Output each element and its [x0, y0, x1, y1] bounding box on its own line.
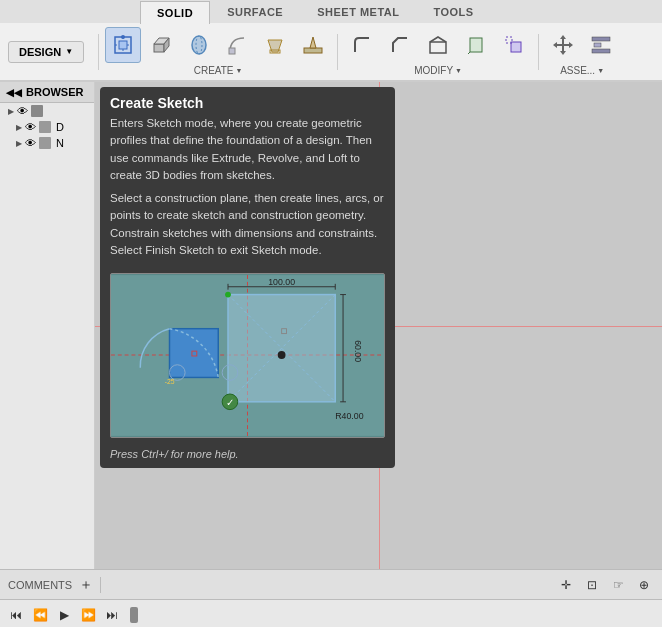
svg-text:100.00: 100.00 [268, 277, 295, 287]
eye-icon: 👁 [17, 105, 28, 117]
scale-button[interactable] [496, 27, 532, 63]
tooltip-body: Enters Sketch mode, where you create geo… [100, 115, 395, 273]
root-box-icon [31, 105, 43, 117]
align-icon [590, 34, 612, 56]
viewport-controls: ✛ ⊡ ☞ ⊕ [556, 575, 654, 595]
expand-icon-d: ▶ [16, 123, 22, 132]
modify-group-label[interactable]: MODIFY [414, 65, 462, 76]
navigate-button[interactable]: ✛ [556, 575, 576, 595]
pan-button[interactable]: ☞ [608, 575, 628, 595]
separator-3 [538, 34, 539, 70]
align-button[interactable] [583, 27, 619, 63]
camera-button[interactable]: ⊡ [582, 575, 602, 595]
assemble-group-label[interactable]: ASSE... [560, 65, 604, 76]
svg-point-8 [192, 36, 206, 54]
extrude-icon [150, 34, 172, 56]
svg-rect-22 [592, 49, 610, 53]
svg-rect-15 [430, 42, 446, 53]
shell-button[interactable] [420, 27, 456, 63]
timeline-marker[interactable] [130, 607, 138, 623]
prev-button[interactable]: ⏪ [30, 605, 50, 625]
svg-marker-14 [310, 37, 316, 48]
create-sketch-button[interactable] [105, 27, 141, 63]
toolbar-actions: DESIGN [0, 23, 662, 81]
revolve-icon [188, 34, 210, 56]
tab-sheet-metal[interactable]: SHEET METAL [300, 0, 416, 23]
tab-surface[interactable]: SURFACE [210, 0, 300, 23]
chamfer-icon [389, 34, 411, 56]
browser-label: BROWSER [26, 86, 83, 98]
move-button[interactable] [545, 27, 581, 63]
svg-text:✓: ✓ [226, 397, 234, 408]
sweep-button[interactable] [219, 27, 255, 63]
eye-icon-n: 👁 [25, 137, 36, 149]
browser-item-root[interactable]: ▶ 👁 [0, 103, 94, 119]
browser-item-n[interactable]: ▶ 👁 N [0, 135, 94, 151]
expand-icon-n: ▶ [16, 139, 22, 148]
rib-button[interactable] [295, 27, 331, 63]
main-area: ◀◀ BROWSER ▶ 👁 ▶ 👁 D ▶ 👁 N Create Sketch [0, 82, 662, 569]
draft-icon [465, 34, 487, 56]
separator-1 [98, 34, 99, 70]
revolve-button[interactable] [181, 27, 217, 63]
fillet-button[interactable] [344, 27, 380, 63]
tooltip-popup: Create Sketch Enters Sketch mode, where … [100, 87, 395, 468]
draft-button[interactable] [458, 27, 494, 63]
create-sketch-icon [112, 34, 134, 56]
playback-bar: ⏮ ⏪ ▶ ⏩ ⏭ [0, 599, 662, 627]
tooltip-para-2: Select a construction plane, then create… [110, 190, 385, 259]
svg-rect-5 [154, 44, 164, 52]
tooltip-image: 100.00 60.00 R40.00 ✓ [110, 273, 385, 438]
comments-divider [100, 577, 101, 593]
tab-solid[interactable]: SOLID [140, 1, 210, 24]
svg-rect-10 [229, 48, 235, 54]
sketch-illustration: 100.00 60.00 R40.00 ✓ [111, 274, 384, 437]
create-tools-row [105, 27, 331, 63]
loft-button[interactable] [257, 27, 293, 63]
create-group-label[interactable]: CREATE [194, 65, 243, 76]
play-button[interactable]: ▶ [54, 605, 74, 625]
skip-start-button[interactable]: ⏮ [6, 605, 26, 625]
tooltip-para-1: Enters Sketch mode, where you create geo… [110, 115, 385, 184]
svg-text:60.00: 60.00 [353, 340, 363, 362]
rib-icon [302, 34, 324, 56]
loft-icon [264, 34, 286, 56]
move-icon [551, 33, 575, 57]
svg-rect-3 [119, 41, 127, 49]
svg-text:-25: -25 [165, 378, 175, 385]
separator-2 [337, 34, 338, 70]
skip-end-button[interactable]: ⏭ [102, 605, 122, 625]
svg-point-42 [278, 351, 286, 359]
browser-item-d-label: D [56, 121, 64, 133]
toolbar: SOLID SURFACE SHEET METAL TOOLS DESIGN [0, 0, 662, 82]
comments-add-button[interactable]: ＋ [76, 575, 96, 595]
svg-rect-21 [594, 43, 601, 47]
svg-rect-18 [511, 42, 521, 52]
toolbar-tabs: SOLID SURFACE SHEET METAL TOOLS [0, 0, 662, 23]
browser-item-d[interactable]: ▶ 👁 D [0, 119, 94, 135]
design-button[interactable]: DESIGN [8, 41, 84, 63]
svg-text:R40.00: R40.00 [335, 411, 363, 421]
svg-rect-16 [470, 38, 482, 52]
comments-section: COMMENTS ＋ [8, 575, 101, 595]
bottom-bar: COMMENTS ＋ ✛ ⊡ ☞ ⊕ [0, 569, 662, 599]
tab-tools[interactable]: TOOLS [416, 0, 490, 23]
next-button[interactable]: ⏩ [78, 605, 98, 625]
comments-label: COMMENTS [8, 579, 72, 591]
canvas-area[interactable]: Create Sketch Enters Sketch mode, where … [95, 82, 662, 569]
assemble-row [545, 27, 619, 63]
svg-rect-20 [592, 37, 610, 41]
sweep-icon [226, 34, 248, 56]
assemble-group: ASSE... [545, 27, 619, 76]
browser-collapse-icon: ◀◀ [6, 87, 22, 98]
browser-panel: ◀◀ BROWSER ▶ 👁 ▶ 👁 D ▶ 👁 N [0, 82, 95, 569]
shell-icon [427, 34, 449, 56]
svg-point-4 [121, 35, 125, 39]
chamfer-button[interactable] [382, 27, 418, 63]
expand-icon-root: ▶ [8, 107, 14, 116]
d-box-icon [39, 121, 51, 133]
browser-header[interactable]: ◀◀ BROWSER [0, 82, 94, 103]
zoom-button[interactable]: ⊕ [634, 575, 654, 595]
extrude-button[interactable] [143, 27, 179, 63]
scale-icon [503, 34, 525, 56]
